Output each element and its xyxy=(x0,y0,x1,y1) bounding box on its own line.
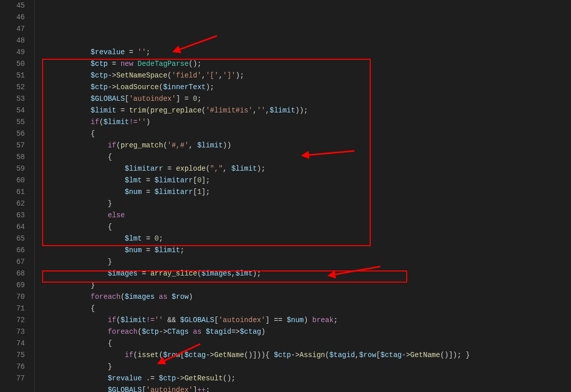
token-p xyxy=(142,374,146,382)
line-number: 49 xyxy=(5,47,25,58)
code-line: { xyxy=(40,338,571,349)
token-p xyxy=(163,316,167,324)
code-line: foreach($ctp->CTags as $tagid=>$ctag) xyxy=(40,326,571,338)
token-p xyxy=(163,165,167,173)
token-p: [ xyxy=(215,316,219,324)
token-s: '' xyxy=(155,316,163,324)
token-k: as xyxy=(193,328,201,336)
code-line: $ctp->LoadSource($innerText); xyxy=(40,82,571,93)
code-line: if($limit!='' && $GLOBALS['autoindex'] =… xyxy=(40,315,571,326)
token-v: $lmt xyxy=(125,176,142,184)
token-s: 'autoindex' xyxy=(129,95,175,103)
token-p xyxy=(142,246,146,254)
token-p: { xyxy=(108,153,112,161)
code-line: { xyxy=(40,128,571,140)
line-number: 53 xyxy=(5,93,25,105)
line-number: 64 xyxy=(5,221,25,233)
token-p xyxy=(150,246,154,254)
line-number: 57 xyxy=(5,140,25,151)
token-v: $ctp xyxy=(91,60,108,68)
token-k: if xyxy=(91,118,99,126)
token-v: $images xyxy=(125,293,155,301)
code-line: { xyxy=(40,303,571,315)
token-o: == xyxy=(274,316,282,324)
token-p: ); xyxy=(206,83,215,91)
token-v: $row xyxy=(359,351,376,359)
token-k: if xyxy=(125,351,133,359)
token-v: $ctp xyxy=(142,328,159,336)
code-line: } xyxy=(40,256,571,268)
token-p xyxy=(150,234,154,243)
line-number: 62 xyxy=(5,198,25,210)
token-s: '#,#' xyxy=(167,141,189,149)
code-line: if(preg_match('#,#', $limit)) xyxy=(40,140,571,151)
token-p xyxy=(116,60,120,68)
token-s: '' xyxy=(257,106,266,114)
token-p: , xyxy=(231,269,235,278)
token-p: } xyxy=(108,200,112,208)
token-o: = xyxy=(185,95,189,103)
token-s: '[' xyxy=(206,71,219,80)
token-v: $lmt xyxy=(125,234,142,243)
token-o: && xyxy=(167,316,176,324)
line-number: 69 xyxy=(5,280,25,291)
code-line: $revalue = ''; xyxy=(40,47,571,58)
token-k: foreach xyxy=(91,293,121,301)
token-f: trim xyxy=(129,106,146,114)
token-s: 'field' xyxy=(171,71,201,80)
token-v: $tagid xyxy=(206,328,231,336)
token-v: $revalue xyxy=(108,374,141,382)
code-line: if(isset($row[$ctag->GetName()])){ $ctp-… xyxy=(40,349,571,361)
token-p: } xyxy=(108,363,112,371)
line-number: 75 xyxy=(5,349,25,361)
token-p: -> xyxy=(108,83,116,91)
token-p: ); xyxy=(253,269,261,278)
token-p: ( xyxy=(206,165,210,173)
line-number: 76 xyxy=(5,361,25,373)
token-p: -> xyxy=(291,351,300,359)
token-s: '' xyxy=(137,118,146,126)
token-f: GetName xyxy=(215,351,244,359)
token-p xyxy=(171,165,175,173)
token-f: preg_match xyxy=(121,141,163,149)
token-p xyxy=(108,60,112,68)
token-v: $images xyxy=(108,269,137,278)
code-line: } xyxy=(40,361,571,373)
token-p: ( xyxy=(116,316,120,324)
token-f: LoadSource xyxy=(116,83,159,91)
token-p: , xyxy=(223,165,231,173)
token-p: (); xyxy=(189,60,201,68)
token-k: if xyxy=(108,141,116,149)
line-number: 71 xyxy=(5,303,25,315)
token-neq: ++ xyxy=(197,386,206,392)
token-o: = xyxy=(121,106,125,114)
token-p: ) xyxy=(146,118,150,126)
token-p: ); xyxy=(257,165,266,173)
token-p: ; xyxy=(206,386,210,392)
token-k: as xyxy=(159,293,167,301)
token-p xyxy=(189,95,193,103)
token-v: $limit xyxy=(155,246,180,254)
code-line: else xyxy=(40,210,571,221)
line-number: 63 xyxy=(5,210,25,221)
token-p: [ xyxy=(142,386,146,392)
token-f: array_slice xyxy=(150,269,197,278)
code-line: $revalue .= $ctp->GetResult(); xyxy=(40,373,571,384)
code-line: $lmt = 0; xyxy=(40,233,571,245)
token-v: $limit xyxy=(197,141,223,149)
token-p: ) xyxy=(189,293,193,301)
code-line: $num = $limit; xyxy=(40,245,571,256)
token-p: -> xyxy=(206,351,215,359)
token-p: ()]); } xyxy=(440,351,470,359)
code-area[interactable]: $revalue = ''; $ctp = new DedeTagParse()… xyxy=(34,0,571,392)
code-editor[interactable]: 4546474849505152535455565758596061626364… xyxy=(0,0,571,392)
token-p xyxy=(155,374,159,382)
line-number: 45 xyxy=(5,0,25,12)
code-line: $ctp->SetNameSpace('field','[',']'); xyxy=(40,70,571,82)
code-line: if($limit!='') xyxy=(40,116,571,128)
token-v: $limitarr xyxy=(125,165,163,173)
token-s: "," xyxy=(210,165,223,173)
token-p: ( xyxy=(137,328,141,336)
token-p: ) xyxy=(304,316,312,324)
token-f: GetName xyxy=(410,351,440,359)
